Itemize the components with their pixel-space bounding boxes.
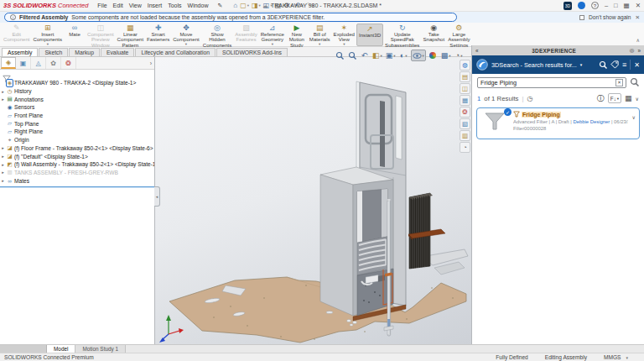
notification-close-icon[interactable]: ✕ (635, 14, 640, 21)
tab-scroll-buttons[interactable] (0, 345, 47, 353)
tree-item[interactable]: ▸◷History (0, 87, 154, 96)
tab-markup[interactable]: Markup (69, 48, 100, 56)
expand-arrow-icon[interactable]: ▸ (0, 162, 6, 167)
tab-lifecycle-and-collaboration[interactable]: Lifecycle and Collaboration (135, 48, 216, 56)
share-button[interactable]: ▦ (624, 2, 630, 9)
pin-icon[interactable]: ◎ (630, 47, 635, 54)
tree-item[interactable]: ▱Front Plane (0, 112, 154, 120)
bottom-tab-motion-study-1[interactable]: Motion Study 1 (75, 345, 126, 353)
tree-item[interactable]: ▸◩(f) Wall Assembly - Trakkaway 850-2<1>… (0, 160, 154, 169)
bill-of-materials-button[interactable]: ▤Bill of Materials▾ (308, 24, 332, 46)
app-title-chevron-icon[interactable]: ▾ (580, 62, 583, 67)
configurationmanager-tab[interactable]: ◬ (31, 57, 46, 69)
panel-close-icon[interactable]: ✕ (634, 61, 640, 69)
tree-item[interactable]: ◉Sensors (0, 103, 154, 112)
3dexperience-app-icon[interactable]: 3D (564, 2, 572, 10)
large-assembly-settings-button[interactable]: ⚙Large Assembly Settings (446, 24, 471, 46)
previous-view-button[interactable]: ↶ (359, 50, 370, 61)
3dexperience-compass-icon[interactable] (476, 59, 488, 71)
result-title[interactable]: Fridge Piping (522, 112, 561, 118)
take-snapshot-button[interactable]: ◉Take Snapshot (421, 24, 446, 46)
view-palette-tab[interactable]: ▦ (460, 95, 470, 106)
tree-filter-funnel-icon[interactable] (0, 70, 154, 79)
status-units[interactable]: MMGS (604, 354, 621, 360)
restore-button[interactable]: □ (614, 2, 618, 9)
tree-item[interactable]: ▸◪(f) "Default" <Display State-1> (0, 152, 154, 160)
menu-insert[interactable]: Insert (148, 3, 163, 8)
run-search-icon[interactable] (630, 75, 639, 90)
open-icon[interactable]: ◨▾ (252, 2, 261, 9)
ribbon-collapse-icon[interactable]: ∧ (636, 37, 640, 43)
tree-root-item[interactable]: ◈TRAKKAWAY 980 - TRAKKA-2 <Display State… (0, 79, 154, 87)
new-motion-study-button[interactable]: ▶New Motion Study (286, 24, 308, 46)
search-box[interactable]: ✕ (477, 77, 626, 88)
history-clock-icon[interactable]: ◷ (527, 95, 533, 102)
menu-tools[interactable]: Tools (168, 3, 181, 8)
zoom-to-area-button[interactable] (346, 50, 357, 61)
tree-item[interactable]: ▸▥TANKS ASSEMBLY - FRESH-GREY-RWB (0, 169, 154, 177)
featuremanager-tree-tab[interactable]: ◈ (1, 57, 16, 69)
hamburger-menu-icon[interactable]: ≡ (622, 60, 626, 69)
graphics-viewport[interactable] (155, 57, 471, 344)
instant3d-button[interactable]: ↗Instant3D (356, 24, 383, 46)
customize-pencil-icon[interactable]: ✎ (217, 3, 222, 9)
expand-arrow-icon[interactable]: ▸ (0, 154, 6, 159)
menu-window[interactable]: Window (188, 3, 209, 8)
menu-edit[interactable]: Edit (113, 3, 123, 8)
tree-item[interactable]: ▸◪(f) Floor Frame - Trakkaway 850-2<1> <… (0, 144, 154, 153)
search-icon[interactable] (599, 60, 607, 69)
help-button[interactable]: ? (591, 2, 599, 9)
update-speedpak-subassemblies-button[interactable]: ↻Update SpeedPak Subassemblies (383, 24, 421, 46)
panel-splitter-tab[interactable]: ◂ (154, 186, 160, 207)
home-icon[interactable]: ⌂ (233, 2, 237, 9)
tree-item[interactable]: ▱Top Plane (0, 119, 154, 128)
user-avatar[interactable] (578, 2, 585, 9)
displaymanager-tab[interactable]: ❂ (61, 57, 76, 69)
clear-search-icon[interactable]: ✕ (615, 79, 623, 86)
search-result-card[interactable]: ✓ Fridge Piping Advanced Filter | A | Dr… (476, 107, 640, 139)
smart-fasteners-button[interactable]: ✚Smart Fasteners (145, 24, 171, 46)
3dsearch-app-title[interactable]: 3DSearch - Search results for... (491, 61, 577, 69)
owner-link[interactable]: Debbie Designer (573, 119, 610, 124)
tag-icon[interactable] (610, 60, 619, 69)
show-hidden-components-button[interactable]: ◎Show Hidden Components (201, 24, 234, 46)
expand-arrow-icon[interactable]: ▸ (0, 145, 6, 150)
tree-item[interactable]: ⌖Origin (0, 136, 154, 144)
expand-right-icon[interactable]: » (637, 48, 641, 54)
bottom-tab-model[interactable]: Model (47, 345, 75, 353)
info-circle-icon[interactable]: ⓘ (597, 93, 605, 104)
move-component-button[interactable]: ✥Move Component▾ (171, 24, 201, 46)
expand-arrow-icon[interactable]: ▸ (0, 97, 6, 102)
view-settings-button[interactable]: ◔▾ (454, 50, 465, 61)
custom-properties-tab[interactable]: ▥ (460, 130, 470, 141)
dont-show-again-checkbox[interactable] (579, 15, 584, 20)
menu-file[interactable]: File (97, 3, 106, 8)
scene-tab[interactable]: ▧ (460, 118, 470, 129)
collapse-left-icon[interactable]: « (475, 48, 479, 54)
dimxpertmanager-tab[interactable]: ✿ (46, 57, 61, 69)
mate-button[interactable]: ∞Mate (64, 24, 86, 46)
tree-pane-splitter[interactable] (0, 186, 154, 188)
design-library-tab[interactable]: ▤ (460, 71, 470, 82)
tree-item[interactable]: ▱Right Plane (0, 128, 154, 136)
new-document-icon[interactable]: ▢▾ (240, 2, 249, 9)
results-chevron-icon[interactable]: ∨ (636, 96, 639, 102)
forum-tab[interactable]: ◔ (460, 142, 470, 153)
insert-components-button[interactable]: ⊞Insert Components▾ (32, 24, 65, 46)
file-explorer-tab[interactable]: ◫ (460, 83, 470, 94)
tree-item[interactable]: ▸▤Annotations (0, 95, 154, 103)
display-style-button[interactable]: ◐▾ (398, 50, 409, 61)
expand-arrow-icon[interactable]: ▸ (0, 178, 6, 183)
edit-appearance-button[interactable] (428, 50, 439, 61)
section-view-button[interactable]: ◧▾ (371, 50, 383, 61)
expand-arrow-icon[interactable]: ▸ (0, 89, 6, 94)
zoom-to-fit-button[interactable] (334, 50, 345, 61)
hide-show-items-button[interactable]: ▾ (411, 50, 426, 61)
tab-assembly[interactable]: Assembly (2, 48, 38, 56)
propertymanager-tab[interactable]: ▣ (16, 57, 31, 69)
appearances-tab[interactable]: ❂ (460, 107, 470, 118)
units-chevron-icon[interactable]: ▾ (626, 355, 628, 360)
tab-solidworks-add-ins[interactable]: SOLIDWORKS Add-Ins (216, 48, 288, 56)
close-button[interactable]: ✕ (636, 2, 641, 9)
exploded-view-button[interactable]: ✶Exploded View▾ (332, 24, 356, 46)
